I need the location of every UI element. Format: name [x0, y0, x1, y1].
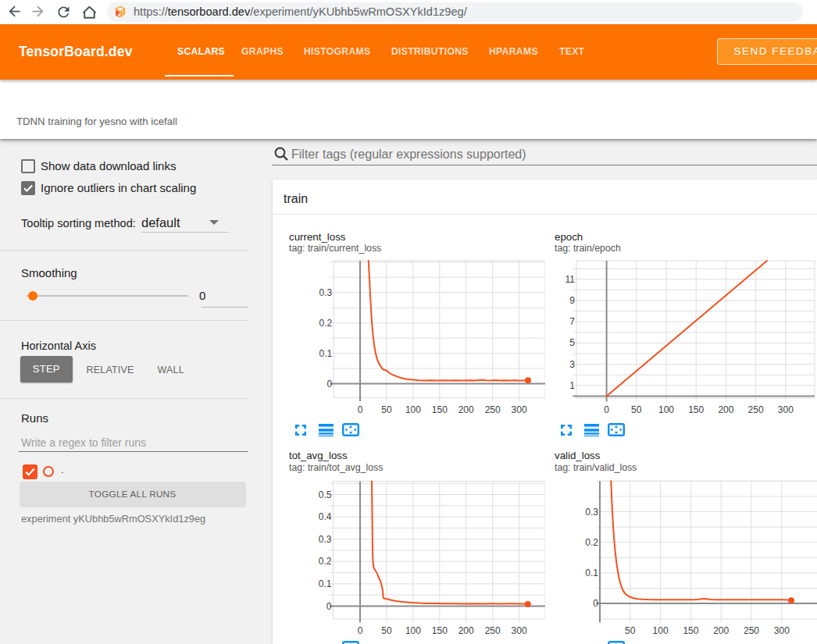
svg-text:0.1: 0.1 — [585, 568, 598, 578]
svg-text:300: 300 — [774, 625, 790, 636]
svg-text:0.1: 0.1 — [319, 578, 332, 589]
svg-text:50: 50 — [381, 625, 392, 636]
svg-text:250: 250 — [744, 625, 759, 636]
svg-text:300: 300 — [512, 404, 527, 415]
svg-text:0.5: 0.5 — [319, 489, 332, 500]
svg-text:100: 100 — [405, 404, 421, 415]
svg-text:0: 0 — [327, 379, 333, 390]
svg-text:0.2: 0.2 — [319, 318, 333, 329]
svg-text:0: 0 — [593, 598, 598, 609]
svg-text:300: 300 — [512, 625, 527, 636]
svg-text:200: 200 — [458, 404, 474, 415]
svg-text:0: 0 — [358, 404, 363, 415]
svg-text:300: 300 — [778, 404, 794, 415]
svg-text:150: 150 — [688, 404, 704, 415]
svg-text:150: 150 — [683, 625, 698, 636]
svg-text:200: 200 — [718, 404, 733, 415]
svg-text:250: 250 — [748, 404, 764, 415]
svg-text:50: 50 — [625, 625, 636, 636]
svg-text:0: 0 — [326, 601, 332, 612]
svg-text:100: 100 — [653, 625, 669, 636]
svg-text:200: 200 — [458, 625, 474, 636]
svg-text:9: 9 — [569, 295, 575, 306]
svg-text:0.3: 0.3 — [319, 534, 332, 545]
svg-text:1: 1 — [569, 380, 575, 391]
svg-text:0.4: 0.4 — [319, 511, 332, 522]
svg-text:0.3: 0.3 — [319, 287, 333, 298]
svg-text:3: 3 — [569, 359, 575, 370]
svg-text:0.1: 0.1 — [319, 348, 333, 359]
svg-text:0.2: 0.2 — [585, 537, 598, 548]
svg-text:50: 50 — [381, 404, 392, 415]
svg-text:250: 250 — [485, 404, 501, 415]
svg-text:150: 150 — [432, 625, 448, 636]
svg-text:0: 0 — [358, 625, 363, 636]
svg-text:0.2: 0.2 — [319, 556, 332, 567]
svg-text:11: 11 — [565, 274, 576, 285]
svg-text:100: 100 — [658, 404, 674, 415]
svg-text:100: 100 — [405, 625, 421, 636]
svg-text:50: 50 — [631, 404, 642, 415]
svg-text:0: 0 — [604, 404, 609, 415]
svg-text:150: 150 — [432, 404, 448, 415]
svg-text:250: 250 — [485, 625, 501, 636]
svg-text:200: 200 — [713, 625, 729, 636]
svg-text:0.3: 0.3 — [585, 507, 598, 518]
svg-text:5: 5 — [569, 337, 575, 348]
svg-text:7: 7 — [569, 316, 575, 327]
